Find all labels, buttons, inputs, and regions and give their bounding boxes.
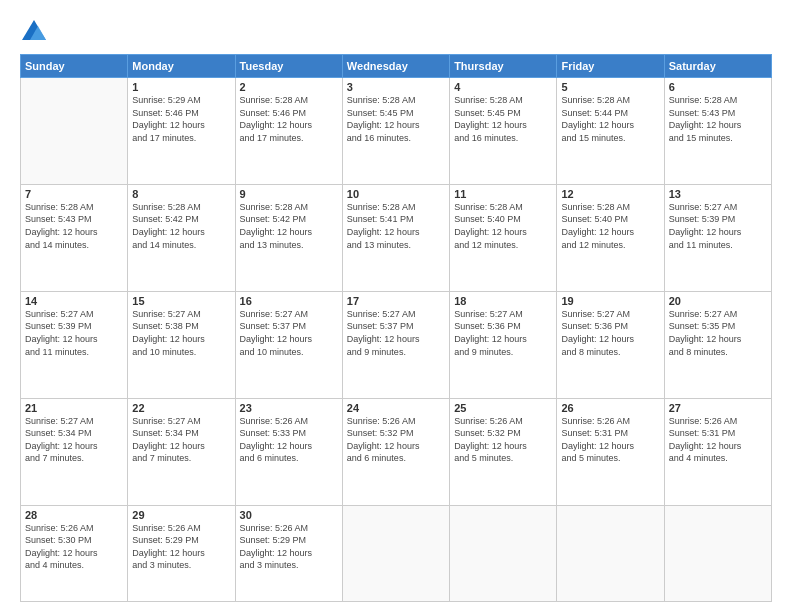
calendar-cell: 30Sunrise: 5:26 AMSunset: 5:29 PMDayligh… [235, 505, 342, 602]
day-number: 7 [25, 188, 123, 200]
calendar-cell: 10Sunrise: 5:28 AMSunset: 5:41 PMDayligh… [342, 184, 449, 291]
day-number: 17 [347, 295, 445, 307]
calendar-cell: 22Sunrise: 5:27 AMSunset: 5:34 PMDayligh… [128, 398, 235, 505]
calendar-cell: 9Sunrise: 5:28 AMSunset: 5:42 PMDaylight… [235, 184, 342, 291]
column-header-monday: Monday [128, 55, 235, 78]
day-number: 9 [240, 188, 338, 200]
day-info: Sunrise: 5:29 AMSunset: 5:46 PMDaylight:… [132, 94, 230, 144]
calendar-cell: 7Sunrise: 5:28 AMSunset: 5:43 PMDaylight… [21, 184, 128, 291]
day-number: 8 [132, 188, 230, 200]
day-number: 22 [132, 402, 230, 414]
calendar-cell: 18Sunrise: 5:27 AMSunset: 5:36 PMDayligh… [450, 291, 557, 398]
day-info: Sunrise: 5:26 AMSunset: 5:30 PMDaylight:… [25, 522, 123, 572]
day-number: 4 [454, 81, 552, 93]
day-info: Sunrise: 5:27 AMSunset: 5:35 PMDaylight:… [669, 308, 767, 358]
day-info: Sunrise: 5:26 AMSunset: 5:29 PMDaylight:… [132, 522, 230, 572]
day-info: Sunrise: 5:28 AMSunset: 5:42 PMDaylight:… [240, 201, 338, 251]
day-info: Sunrise: 5:27 AMSunset: 5:39 PMDaylight:… [25, 308, 123, 358]
calendar-cell: 25Sunrise: 5:26 AMSunset: 5:32 PMDayligh… [450, 398, 557, 505]
day-number: 10 [347, 188, 445, 200]
calendar-cell: 4Sunrise: 5:28 AMSunset: 5:45 PMDaylight… [450, 78, 557, 185]
calendar-cell: 12Sunrise: 5:28 AMSunset: 5:40 PMDayligh… [557, 184, 664, 291]
day-info: Sunrise: 5:26 AMSunset: 5:29 PMDaylight:… [240, 522, 338, 572]
calendar-cell: 15Sunrise: 5:27 AMSunset: 5:38 PMDayligh… [128, 291, 235, 398]
day-number: 11 [454, 188, 552, 200]
day-info: Sunrise: 5:28 AMSunset: 5:40 PMDaylight:… [561, 201, 659, 251]
day-number: 16 [240, 295, 338, 307]
day-info: Sunrise: 5:27 AMSunset: 5:39 PMDaylight:… [669, 201, 767, 251]
day-number: 3 [347, 81, 445, 93]
day-number: 1 [132, 81, 230, 93]
day-info: Sunrise: 5:28 AMSunset: 5:41 PMDaylight:… [347, 201, 445, 251]
day-number: 24 [347, 402, 445, 414]
calendar-cell: 14Sunrise: 5:27 AMSunset: 5:39 PMDayligh… [21, 291, 128, 398]
day-number: 13 [669, 188, 767, 200]
day-info: Sunrise: 5:26 AMSunset: 5:31 PMDaylight:… [669, 415, 767, 465]
day-number: 19 [561, 295, 659, 307]
day-number: 23 [240, 402, 338, 414]
day-number: 21 [25, 402, 123, 414]
day-info: Sunrise: 5:28 AMSunset: 5:45 PMDaylight:… [454, 94, 552, 144]
day-info: Sunrise: 5:26 AMSunset: 5:32 PMDaylight:… [454, 415, 552, 465]
calendar-cell: 17Sunrise: 5:27 AMSunset: 5:37 PMDayligh… [342, 291, 449, 398]
calendar-cell [450, 505, 557, 602]
day-info: Sunrise: 5:28 AMSunset: 5:43 PMDaylight:… [669, 94, 767, 144]
day-info: Sunrise: 5:27 AMSunset: 5:38 PMDaylight:… [132, 308, 230, 358]
day-number: 6 [669, 81, 767, 93]
logo-icon [20, 18, 48, 46]
calendar-cell: 5Sunrise: 5:28 AMSunset: 5:44 PMDaylight… [557, 78, 664, 185]
day-info: Sunrise: 5:26 AMSunset: 5:31 PMDaylight:… [561, 415, 659, 465]
header [20, 18, 772, 46]
day-info: Sunrise: 5:28 AMSunset: 5:46 PMDaylight:… [240, 94, 338, 144]
calendar-cell [21, 78, 128, 185]
calendar-cell: 13Sunrise: 5:27 AMSunset: 5:39 PMDayligh… [664, 184, 771, 291]
day-info: Sunrise: 5:26 AMSunset: 5:32 PMDaylight:… [347, 415, 445, 465]
calendar-cell: 11Sunrise: 5:28 AMSunset: 5:40 PMDayligh… [450, 184, 557, 291]
column-header-friday: Friday [557, 55, 664, 78]
calendar-cell: 20Sunrise: 5:27 AMSunset: 5:35 PMDayligh… [664, 291, 771, 398]
day-info: Sunrise: 5:28 AMSunset: 5:44 PMDaylight:… [561, 94, 659, 144]
column-header-saturday: Saturday [664, 55, 771, 78]
day-number: 26 [561, 402, 659, 414]
week-row-2: 7Sunrise: 5:28 AMSunset: 5:43 PMDaylight… [21, 184, 772, 291]
calendar-header-row: SundayMondayTuesdayWednesdayThursdayFrid… [21, 55, 772, 78]
day-info: Sunrise: 5:27 AMSunset: 5:37 PMDaylight:… [347, 308, 445, 358]
calendar-cell: 21Sunrise: 5:27 AMSunset: 5:34 PMDayligh… [21, 398, 128, 505]
day-number: 2 [240, 81, 338, 93]
day-info: Sunrise: 5:28 AMSunset: 5:43 PMDaylight:… [25, 201, 123, 251]
calendar-cell: 16Sunrise: 5:27 AMSunset: 5:37 PMDayligh… [235, 291, 342, 398]
week-row-4: 21Sunrise: 5:27 AMSunset: 5:34 PMDayligh… [21, 398, 772, 505]
day-number: 5 [561, 81, 659, 93]
calendar-cell [664, 505, 771, 602]
calendar-cell [342, 505, 449, 602]
day-number: 28 [25, 509, 123, 521]
column-header-thursday: Thursday [450, 55, 557, 78]
week-row-1: 1Sunrise: 5:29 AMSunset: 5:46 PMDaylight… [21, 78, 772, 185]
day-number: 20 [669, 295, 767, 307]
week-row-3: 14Sunrise: 5:27 AMSunset: 5:39 PMDayligh… [21, 291, 772, 398]
calendar-cell: 29Sunrise: 5:26 AMSunset: 5:29 PMDayligh… [128, 505, 235, 602]
calendar-cell: 1Sunrise: 5:29 AMSunset: 5:46 PMDaylight… [128, 78, 235, 185]
calendar-cell [557, 505, 664, 602]
calendar-cell: 28Sunrise: 5:26 AMSunset: 5:30 PMDayligh… [21, 505, 128, 602]
week-row-5: 28Sunrise: 5:26 AMSunset: 5:30 PMDayligh… [21, 505, 772, 602]
calendar-cell: 2Sunrise: 5:28 AMSunset: 5:46 PMDaylight… [235, 78, 342, 185]
day-info: Sunrise: 5:28 AMSunset: 5:40 PMDaylight:… [454, 201, 552, 251]
day-info: Sunrise: 5:27 AMSunset: 5:37 PMDaylight:… [240, 308, 338, 358]
calendar-cell: 6Sunrise: 5:28 AMSunset: 5:43 PMDaylight… [664, 78, 771, 185]
day-number: 30 [240, 509, 338, 521]
calendar-cell: 19Sunrise: 5:27 AMSunset: 5:36 PMDayligh… [557, 291, 664, 398]
calendar-cell: 23Sunrise: 5:26 AMSunset: 5:33 PMDayligh… [235, 398, 342, 505]
calendar-cell: 8Sunrise: 5:28 AMSunset: 5:42 PMDaylight… [128, 184, 235, 291]
day-number: 25 [454, 402, 552, 414]
day-number: 29 [132, 509, 230, 521]
day-info: Sunrise: 5:28 AMSunset: 5:42 PMDaylight:… [132, 201, 230, 251]
calendar-table: SundayMondayTuesdayWednesdayThursdayFrid… [20, 54, 772, 602]
day-number: 14 [25, 295, 123, 307]
calendar-cell: 26Sunrise: 5:26 AMSunset: 5:31 PMDayligh… [557, 398, 664, 505]
day-info: Sunrise: 5:28 AMSunset: 5:45 PMDaylight:… [347, 94, 445, 144]
day-number: 15 [132, 295, 230, 307]
day-info: Sunrise: 5:27 AMSunset: 5:36 PMDaylight:… [454, 308, 552, 358]
column-header-sunday: Sunday [21, 55, 128, 78]
column-header-tuesday: Tuesday [235, 55, 342, 78]
